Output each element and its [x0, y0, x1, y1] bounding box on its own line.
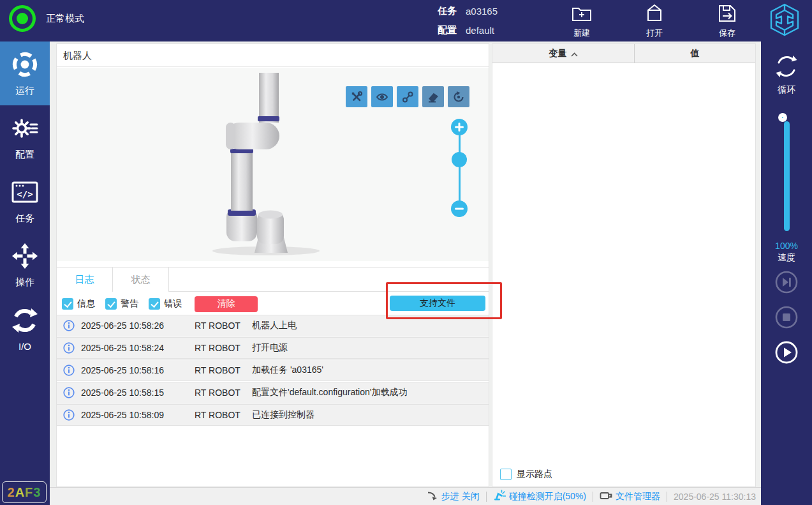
- viewer-zoom-control: [451, 119, 468, 217]
- reset-view-icon[interactable]: [448, 86, 469, 107]
- content-area: 机器人: [50, 41, 761, 505]
- robot-panel: 机器人: [56, 43, 489, 487]
- clear-log-button[interactable]: 清除: [195, 296, 258, 312]
- task-label: 任务: [438, 5, 457, 17]
- badge-char: A: [15, 485, 25, 500]
- play-button[interactable]: [774, 340, 799, 365]
- collision-detection-label: 碰撞检测开启(50%): [509, 491, 586, 502]
- variables-panel: 变量 值 显示路点: [492, 43, 756, 487]
- sidebar-item-label: 任务: [15, 213, 34, 225]
- info-icon: [57, 365, 81, 376]
- speed-slider-track[interactable]: [784, 121, 790, 231]
- sort-asc-icon: [571, 49, 578, 59]
- log-source: RT ROBOT: [195, 320, 252, 331]
- support-file-button[interactable]: 支持文件: [390, 296, 485, 311]
- run-icon: [11, 50, 39, 81]
- sidebar-item-io[interactable]: I/O: [0, 297, 50, 361]
- task-value: a03165: [466, 6, 498, 17]
- tab-status[interactable]: 状态: [113, 268, 169, 292]
- statusbar-divider: [593, 492, 593, 502]
- speed-slider: [778, 113, 795, 239]
- checkbox-unchecked-icon: [500, 469, 512, 480]
- stop-button[interactable]: [774, 305, 799, 329]
- mode-label: 正常模式: [46, 13, 84, 25]
- tools-icon[interactable]: [346, 86, 367, 107]
- step-forward-button[interactable]: [774, 270, 799, 294]
- info-icon: [57, 387, 81, 398]
- log-message: 加载任务 'a03165': [252, 365, 489, 376]
- log-time: 2025-06-25 10:58:09: [81, 410, 195, 420]
- collision-robot-icon: [493, 490, 506, 503]
- zoom-in-button[interactable]: [451, 119, 468, 135]
- filter-error-label: 错误: [164, 298, 182, 310]
- sidebar-item-label: I/O: [18, 341, 31, 352]
- log-source: RT ROBOT: [195, 343, 252, 353]
- step-mode-label: 步进 关闭: [441, 491, 480, 502]
- new-task-button[interactable]: 新建: [560, 3, 603, 39]
- brand-logo-icon: [769, 3, 801, 40]
- show-waypoints-checkbox[interactable]: 显示路点: [500, 469, 552, 480]
- open-task-button[interactable]: 打开: [633, 3, 676, 39]
- speed-slider-thumb[interactable]: [778, 113, 787, 122]
- file-manager-link[interactable]: 文件管理器: [600, 491, 660, 502]
- show-waypoints-label: 显示路点: [517, 469, 552, 480]
- filter-error-checkbox[interactable]: 错误: [149, 298, 182, 310]
- collision-detection-status[interactable]: 碰撞检测开启(50%): [493, 490, 586, 503]
- speed-label: 速度: [761, 252, 812, 264]
- log-time: 2025-06-25 10:58:24: [81, 343, 195, 353]
- config-value: default: [466, 25, 494, 36]
- file-manager-label: 文件管理器: [616, 491, 660, 502]
- loop-mode-button[interactable]: 循环: [761, 53, 812, 96]
- value-column-header[interactable]: 值: [635, 44, 755, 63]
- topbar-actions: 新建 打开 保存: [560, 3, 749, 39]
- log-row[interactable]: 2025-06-25 10:58:15 RT ROBOT 配置文件'defaul…: [57, 382, 489, 403]
- log-message: 机器人上电: [252, 320, 489, 331]
- filter-info-checkbox[interactable]: 信息: [62, 298, 95, 310]
- checkbox-checked-icon: [105, 298, 117, 310]
- statusbar-clock: 2025-06-25 11:30:13: [674, 492, 756, 502]
- waypoint-path-icon[interactable]: [397, 86, 418, 107]
- sidebar-item-label: 配置: [15, 149, 34, 161]
- log-row[interactable]: 2025-06-25 10:58:26 RT ROBOT 机器人上电: [57, 315, 489, 336]
- viewer-toolbar: [346, 86, 469, 107]
- save-icon: [716, 3, 738, 26]
- log-time: 2025-06-25 10:58:16: [81, 365, 195, 375]
- eraser-icon[interactable]: [422, 86, 444, 107]
- log-row[interactable]: 2025-06-25 10:58:09 RT ROBOT 已连接到控制器: [57, 404, 489, 426]
- log-row[interactable]: 2025-06-25 10:58:24 RT ROBOT 打开电源: [57, 337, 489, 359]
- step-mode-status[interactable]: 步进 关闭: [427, 490, 480, 502]
- tab-log[interactable]: 日志: [57, 268, 113, 292]
- robot-3d-view[interactable]: [57, 68, 489, 261]
- filter-warning-checkbox[interactable]: 警告: [105, 298, 138, 310]
- play-icon: [774, 357, 799, 366]
- save-task-button[interactable]: 保存: [705, 3, 749, 39]
- new-file-icon: [571, 3, 593, 26]
- sidebar-item-config[interactable]: 配置: [0, 105, 50, 169]
- badge-char: 3: [33, 485, 41, 500]
- eye-icon[interactable]: [371, 86, 393, 107]
- badge-char: 2: [8, 485, 15, 500]
- sidebar-item-run[interactable]: 运行: [0, 41, 50, 105]
- step-forward-icon: [774, 287, 799, 296]
- sidebar-item-jog[interactable]: 操作: [0, 233, 50, 297]
- log-row[interactable]: 2025-06-25 10:58:16 RT ROBOT 加载任务 'a0316…: [57, 359, 489, 381]
- zoom-slider-thumb[interactable]: [452, 152, 467, 167]
- pairing-code-badge[interactable]: 2 A F 3: [2, 481, 47, 503]
- zoom-out-button[interactable]: [451, 200, 468, 217]
- variables-column-header[interactable]: 变量: [492, 44, 635, 63]
- zoom-slider-track[interactable]: [459, 127, 461, 209]
- sidebar-item-task[interactable]: </> 任务: [0, 169, 50, 233]
- mode-indicator: 正常模式: [9, 5, 84, 32]
- move-arrows-icon: [11, 242, 39, 273]
- log-filter-row: 信息 警告 错误 清除 支持文件: [57, 294, 489, 313]
- variables-list-empty: [492, 63, 755, 461]
- info-icon: [57, 342, 81, 354]
- statusbar-divider: [667, 492, 667, 502]
- checkbox-checked-icon: [149, 298, 160, 310]
- top-bar: 正常模式 任务 a03165 配置 default 新建: [0, 0, 812, 41]
- open-task-label: 打开: [646, 27, 663, 39]
- log-message: 打开电源: [252, 342, 489, 354]
- open-file-icon: [644, 3, 665, 26]
- save-task-label: 保存: [719, 27, 735, 39]
- status-bar: 步进 关闭 碰撞检测开启(50%): [50, 487, 761, 505]
